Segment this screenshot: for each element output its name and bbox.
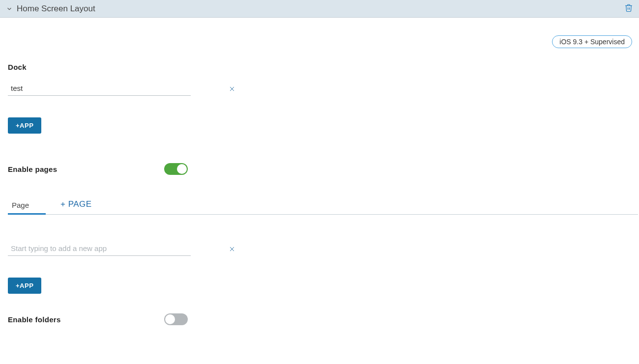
dock-label: Dock — [8, 63, 639, 71]
badge-row: iOS 9.3 + Supervised — [8, 35, 639, 48]
requirement-badge: iOS 9.3 + Supervised — [552, 35, 632, 48]
enable-pages-row: Enable pages — [8, 163, 639, 175]
trash-icon[interactable] — [624, 3, 633, 14]
enable-folders-row: Enable folders — [8, 313, 639, 325]
close-icon[interactable] — [229, 245, 235, 253]
page-add-app-button[interactable]: +APP — [8, 278, 41, 294]
chevron-down-icon[interactable] — [6, 5, 13, 12]
tab-page[interactable]: Page — [8, 197, 33, 214]
panel-header[interactable]: Home Screen Layout — [0, 0, 639, 18]
dock-app-row — [8, 82, 639, 96]
dock-app-input[interactable] — [8, 82, 191, 96]
add-page-button[interactable]: + PAGE — [57, 196, 96, 214]
page-tabs: Page + PAGE — [8, 196, 638, 215]
enable-folders-label: Enable folders — [8, 315, 164, 324]
close-icon[interactable] — [229, 85, 235, 93]
header-left: Home Screen Layout — [6, 4, 95, 14]
enable-pages-toggle[interactable] — [164, 163, 188, 175]
panel-title: Home Screen Layout — [17, 4, 95, 14]
panel-content: iOS 9.3 + Supervised Dock +APP Enable pa… — [0, 18, 639, 325]
page-app-input[interactable] — [8, 242, 191, 256]
enable-pages-label: Enable pages — [8, 165, 164, 173]
page-app-row — [8, 242, 639, 256]
dock-add-app-button[interactable]: +APP — [8, 117, 41, 134]
enable-folders-toggle[interactable] — [164, 313, 188, 325]
